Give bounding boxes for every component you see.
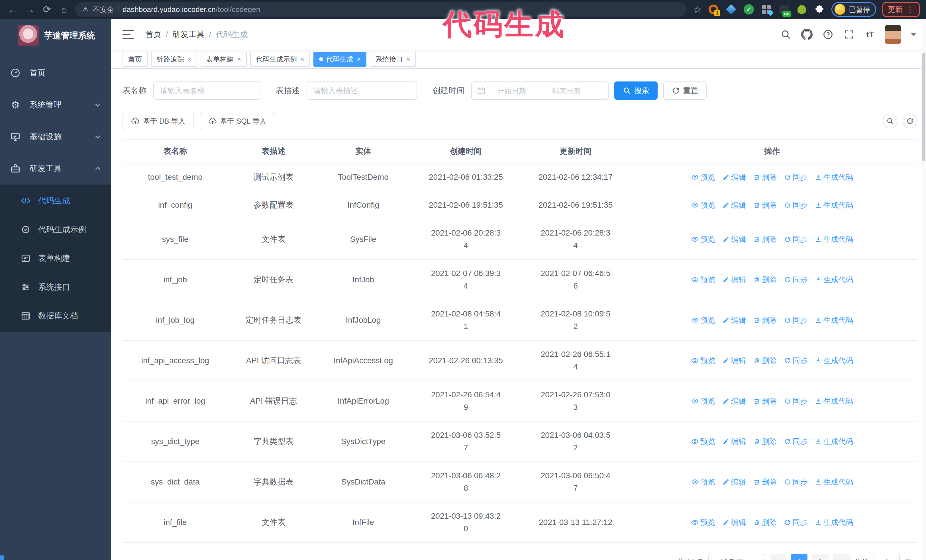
sync-link[interactable]: 同步 [784,233,808,246]
preview-link[interactable]: 预览 [691,476,715,488]
tab-home[interactable]: 首页 [123,52,148,66]
breadcrumb-devtools[interactable]: 研发工具 [172,29,204,40]
preview-link[interactable]: 预览 [691,314,715,326]
goto-page-input[interactable] [873,554,900,560]
fullscreen-icon[interactable] [843,28,855,41]
search-icon[interactable] [779,28,792,41]
breadcrumb-home[interactable]: 首页 [145,29,161,40]
tab-codegen-example[interactable]: 代码生成示例× [250,52,310,66]
close-icon[interactable]: × [237,55,241,63]
bookmark-star-icon[interactable]: ☆ [691,3,704,16]
search-button[interactable]: 搜索 [614,82,658,100]
delete-link[interactable]: 删除 [754,314,777,326]
sidebar-item-devtools[interactable]: 研发工具 [0,152,111,184]
generate-code-link[interactable]: 生成代码 [815,476,853,488]
extension-dark-icon[interactable]: on [778,4,790,15]
delete-link[interactable]: 删除 [754,199,777,211]
tab-codegen[interactable]: 代码生成× [313,52,366,66]
sync-link[interactable]: 同步 [784,314,808,326]
end-date-input[interactable] [544,87,589,95]
preview-link[interactable]: 预览 [691,199,715,211]
preview-link[interactable]: 预览 [691,171,715,183]
delete-link[interactable]: 删除 [754,354,777,367]
edit-link[interactable]: 编辑 [723,273,746,286]
edit-link[interactable]: 编辑 [723,516,746,529]
avatar[interactable] [885,25,901,44]
sync-link[interactable]: 同步 [784,476,808,488]
edit-link[interactable]: 编辑 [723,395,746,408]
delete-link[interactable]: 删除 [754,395,777,408]
preview-link[interactable]: 预览 [691,516,715,529]
delete-link[interactable]: 删除 [754,435,777,448]
edit-link[interactable]: 编辑 [723,171,746,183]
url-text[interactable]: dashboard.yudao.iocoder.cn/tool/codegen [123,5,260,14]
hamburger-icon[interactable] [123,30,134,39]
prev-page-button[interactable]: ‹ [770,554,787,560]
close-icon[interactable]: × [188,55,191,63]
close-icon[interactable]: × [406,55,410,63]
extension-grid-icon[interactable] [761,4,772,15]
tab-form-builder[interactable]: 表单构建× [201,52,247,66]
generate-code-link[interactable]: 生成代码 [815,435,853,448]
edit-link[interactable]: 编辑 [723,354,746,367]
close-icon[interactable]: × [357,55,361,63]
caret-down-icon[interactable] [911,33,916,36]
sync-link[interactable]: 同步 [784,354,808,367]
edit-link[interactable]: 编辑 [723,199,746,211]
delete-link[interactable]: 删除 [754,273,777,286]
reset-button[interactable]: 重置 [663,82,707,100]
edit-link[interactable]: 编辑 [723,435,746,448]
import-sql-button[interactable]: 基于 SQL 导入 [200,113,275,129]
app-logo[interactable]: 芋道管理系统 [0,19,111,53]
generate-code-link[interactable]: 生成代码 [815,171,853,183]
sync-link[interactable]: 同步 [784,395,808,408]
preview-link[interactable]: 预览 [691,233,715,246]
start-date-input[interactable] [489,87,534,95]
generate-code-link[interactable]: 生成代码 [815,314,853,326]
generate-code-link[interactable]: 生成代码 [815,233,853,246]
page-size-select[interactable]: 10条/页 [708,554,765,560]
generate-code-link[interactable]: 生成代码 [815,516,853,529]
github-icon[interactable] [800,28,813,41]
sidebar-item-form-builder[interactable]: 表单构建 [0,244,111,273]
update-button[interactable]: 更新 ⋮ [882,2,920,17]
table-desc-input[interactable] [307,82,417,100]
extension-diamond-icon[interactable] [725,4,737,15]
generate-code-link[interactable]: 生成代码 [815,199,853,211]
more-menu-icon[interactable]: ⋮ [906,5,914,14]
sync-link[interactable]: 同步 [784,199,808,211]
preview-link[interactable]: 预览 [691,435,715,448]
close-icon[interactable]: × [300,55,304,63]
preview-link[interactable]: 预览 [691,395,715,408]
scrollbar-thumb[interactable] [922,53,925,161]
vertical-scrollbar[interactable] [921,19,926,560]
edit-link[interactable]: 编辑 [723,314,746,326]
font-size-icon[interactable]: tT [864,28,876,41]
sync-link[interactable]: 同步 [784,273,808,286]
page-button-2[interactable]: 2 [812,554,829,560]
sync-link[interactable]: 同步 [784,516,808,529]
delete-link[interactable]: 删除 [754,233,777,246]
import-db-button[interactable]: 基于 DB 导入 [123,113,194,129]
table-name-input[interactable] [153,82,260,100]
extension-robot-icon[interactable] [796,4,808,15]
generate-code-link[interactable]: 生成代码 [815,395,853,408]
extension-orange-icon[interactable]: 1 [708,4,719,15]
back-icon[interactable]: ← [6,3,20,16]
refresh-button[interactable] [903,114,917,128]
delete-link[interactable]: 删除 [754,516,777,529]
help-icon[interactable] [822,28,834,41]
sidebar-item-codegen-example[interactable]: 代码生成示例 [0,215,111,244]
sidebar-item-infra[interactable]: 基础设施 [0,121,111,152]
edit-link[interactable]: 编辑 [723,476,746,488]
date-range-picker[interactable]: - [471,82,608,100]
extension-check-icon[interactable]: ✓ [743,4,755,15]
delete-link[interactable]: 删除 [754,476,777,488]
reload-icon[interactable]: ⟳ [41,3,54,16]
preview-link[interactable]: 预览 [691,354,715,367]
generate-code-link[interactable]: 生成代码 [815,273,853,286]
profile-paused-badge[interactable]: 已暂停 [831,2,876,17]
home-icon[interactable]: ⌂ [57,3,71,16]
edit-link[interactable]: 编辑 [723,233,746,246]
security-label[interactable]: 不安全 [92,5,114,14]
